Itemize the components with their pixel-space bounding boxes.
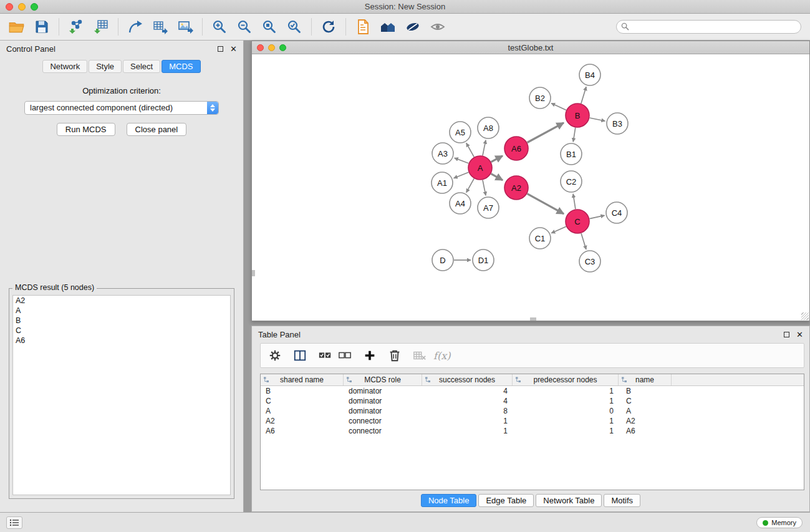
column-header[interactable]: shared name	[261, 374, 344, 385]
graph-node-A1[interactable]: A1	[432, 172, 453, 193]
table-cell[interactable]: 1	[513, 416, 619, 426]
graph-node-C1[interactable]: C1	[529, 228, 551, 249]
table-cell[interactable]: 1	[513, 386, 619, 396]
resize-grip[interactable]	[801, 312, 809, 320]
tab-mcds[interactable]: MCDS	[162, 60, 200, 73]
graph-edge-A-A6[interactable]	[491, 156, 503, 162]
tab-network-table[interactable]: Network Table	[536, 494, 602, 507]
graph-edge-C-C4[interactable]	[590, 215, 605, 218]
table-row[interactable]: Bdominator41B	[261, 386, 804, 396]
export-table-icon[interactable]	[150, 16, 171, 37]
graph-edge-B-B1[interactable]	[573, 128, 576, 142]
table-cell[interactable]: A6	[619, 426, 672, 436]
mcds-result-list[interactable]: A2ABCA6	[12, 295, 231, 495]
table-cell[interactable]: C	[619, 396, 672, 406]
graph-edge-B-B4[interactable]	[581, 87, 586, 104]
refresh-icon[interactable]	[318, 16, 339, 37]
table-settings-gear-icon[interactable]	[265, 346, 285, 365]
show-columns-icon[interactable]	[290, 346, 310, 365]
import-network-icon[interactable]	[65, 16, 87, 37]
graphics-details-icon[interactable]	[352, 16, 374, 37]
graph-node-C3[interactable]: C3	[579, 251, 600, 272]
add-column-icon[interactable]	[360, 346, 380, 365]
graph-node-D[interactable]: D	[432, 249, 453, 271]
table-cell[interactable]: dominator	[344, 396, 422, 406]
graph-edge-A-A4[interactable]	[466, 178, 474, 192]
graph-node-D1[interactable]: D1	[473, 249, 494, 271]
table-row[interactable]: Cdominator41C	[261, 396, 804, 406]
table-cell[interactable]: dominator	[344, 406, 422, 416]
tab-motifs[interactable]: Motifs	[604, 494, 640, 507]
export-image-icon[interactable]	[175, 16, 196, 37]
column-header[interactable]: name	[619, 374, 672, 385]
close-panel-icon[interactable]: ✕	[230, 46, 237, 52]
network-window-titlebar[interactable]: testGlobe.txt	[252, 41, 809, 54]
zoom-in-icon[interactable]	[209, 16, 230, 37]
table-cell[interactable]: 4	[422, 396, 513, 406]
table-cell[interactable]: connector	[344, 426, 422, 436]
run-mcds-button[interactable]: Run MCDS	[57, 123, 115, 136]
graph-edge-A-A5[interactable]	[466, 143, 474, 157]
float-panel-icon[interactable]	[784, 332, 789, 337]
list-item[interactable]: C	[13, 326, 230, 336]
delete-icon[interactable]	[385, 346, 405, 365]
table-cell[interactable]: 8	[422, 406, 513, 416]
table-cell[interactable]: A	[619, 406, 672, 416]
list-item[interactable]: B	[13, 316, 230, 326]
graph-node-B3[interactable]: B3	[607, 113, 628, 134]
graph-node-A4[interactable]: A4	[450, 193, 471, 214]
graph-node-C2[interactable]: C2	[561, 171, 582, 192]
graph-node-A8[interactable]: A8	[478, 117, 499, 138]
graph-node-C4[interactable]: C4	[606, 202, 627, 223]
unselect-all-icon[interactable]	[335, 346, 355, 365]
table-cell[interactable]: 1	[422, 426, 513, 436]
column-header[interactable]: MCDS role	[344, 374, 422, 385]
open-session-icon[interactable]	[6, 16, 27, 37]
graph-edge-A-A8[interactable]	[483, 140, 486, 156]
zoom-selected-icon[interactable]	[284, 16, 305, 37]
graph-node-B4[interactable]: B4	[579, 64, 600, 85]
search-input[interactable]	[616, 20, 801, 34]
graph-edge-A-A1[interactable]	[454, 172, 469, 178]
graph-node-A2[interactable]: A2	[504, 176, 528, 200]
eye-icon[interactable]	[427, 16, 448, 37]
export-network-icon[interactable]	[125, 16, 146, 37]
table-cell[interactable]: C	[261, 396, 344, 406]
graph-node-A5[interactable]: A5	[450, 122, 471, 143]
tab-network[interactable]: Network	[42, 60, 87, 73]
graph-edge-A-A3[interactable]	[455, 158, 469, 163]
graph-node-B[interactable]: B	[566, 104, 589, 127]
graph-edge-B-B2[interactable]	[551, 104, 566, 110]
table-cell[interactable]: 1	[513, 396, 619, 406]
zoom-out-icon[interactable]	[234, 16, 255, 37]
graph-node-A7[interactable]: A7	[478, 197, 499, 218]
table-cell[interactable]: A2	[261, 416, 344, 426]
task-history-icon[interactable]	[6, 516, 22, 529]
graph-edge-C-C2[interactable]	[573, 194, 576, 209]
graph-edge-C-C1[interactable]	[551, 226, 566, 233]
tab-select[interactable]: Select	[123, 60, 160, 73]
table-row[interactable]: A2connector11A2	[261, 416, 804, 426]
graph-node-A[interactable]: A	[468, 156, 492, 180]
list-item[interactable]: A2	[13, 296, 230, 306]
table-cell[interactable]: A	[261, 406, 344, 416]
table-row[interactable]: A6connector11A6	[261, 426, 804, 436]
graph-edge-C-C3[interactable]	[581, 233, 586, 249]
tab-edge-table[interactable]: Edge Table	[478, 494, 534, 507]
table-cell[interactable]: connector	[344, 416, 422, 426]
network-canvas[interactable]: B4B2BB3A8A5A6B1A3AC2A1A2A4A7C4CC1C3DD1	[252, 54, 809, 321]
table-cell[interactable]: 1	[422, 416, 513, 426]
graph-edge-B-B3[interactable]	[590, 118, 605, 121]
graph-node-A3[interactable]: A3	[432, 143, 453, 164]
tab-style[interactable]: Style	[89, 60, 122, 73]
home-icon[interactable]	[377, 16, 398, 37]
table-cell[interactable]: 0	[513, 406, 619, 416]
graph-node-A6[interactable]: A6	[504, 137, 528, 160]
list-item[interactable]: A	[13, 306, 230, 316]
table-row[interactable]: Adominator80A	[261, 406, 804, 416]
select-all-icon[interactable]	[315, 346, 335, 365]
graph-edge-A-A7[interactable]	[483, 180, 486, 196]
memory-button[interactable]: Memory	[756, 517, 803, 528]
table-cell[interactable]: 4	[422, 386, 513, 396]
close-panel-icon[interactable]: ✕	[796, 332, 803, 337]
